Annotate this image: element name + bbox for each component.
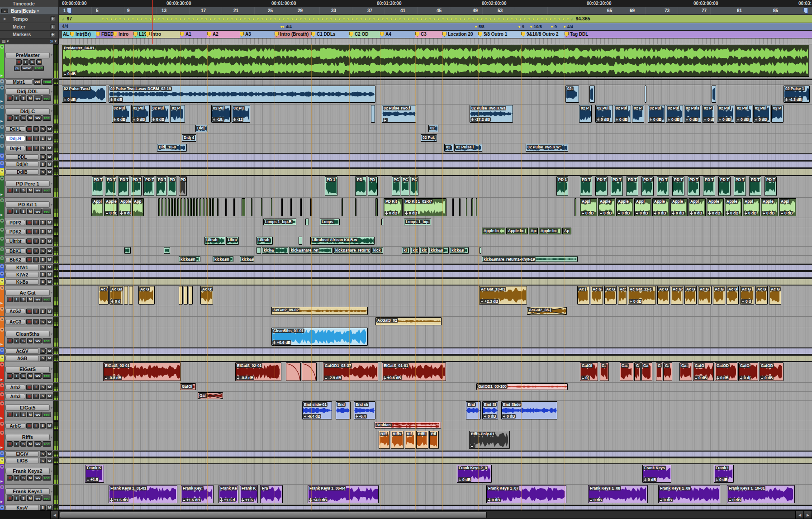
audio-clip[interactable]: Frank Keys 1_090 dB <box>658 485 720 503</box>
clock-icon[interactable]: ◷ <box>50 39 53 43</box>
audio-clip[interactable]: Loops <box>320 219 340 225</box>
track-name-button[interactable]: ElGtV <box>5 451 39 457</box>
audio-clip[interactable]: End Slide0 dB <box>501 401 557 419</box>
record-enable-button[interactable] <box>7 441 13 447</box>
track-name-button[interactable]: ElGatS <box>5 366 50 372</box>
solo-button[interactable]: S <box>40 257 46 262</box>
track-color-strip[interactable]: ▾ <box>0 134 5 143</box>
audio-clip[interactable]: Gal <box>198 392 223 399</box>
audio-clip[interactable]: PD T <box>749 176 761 196</box>
audio-clip[interactable]: PD T <box>580 176 592 196</box>
collapse-chevron-icon[interactable]: ▾ <box>0 392 4 396</box>
audio-clip[interactable]: Appl0 dB <box>779 198 796 216</box>
track-color-strip[interactable]: ▾▶ <box>0 430 5 450</box>
collapse-chevron-icon[interactable]: ▾ <box>0 465 4 469</box>
audio-clip[interactable]: Ac G0 d <box>740 286 754 305</box>
audio-clip[interactable]: PD T <box>734 176 746 196</box>
audio-clip[interactable]: kick&s <box>240 256 254 262</box>
audio-clip[interactable]: 02 Pul0 dB <box>753 105 770 123</box>
audio-clip[interactable]: Apple0 dB <box>616 198 633 216</box>
audio-clip[interactable]: PD T <box>92 176 103 196</box>
audio-clip[interactable]: AcGat2_08-( <box>527 307 567 315</box>
marker-name[interactable]: Intro (Breath) <box>280 32 309 37</box>
audio-clip[interactable]: GatO0 dB <box>693 362 714 381</box>
track-color-strip[interactable]: ▾ <box>0 505 5 510</box>
solo-button[interactable]: S <box>40 126 46 132</box>
audio-clip[interactable]: kic <box>420 247 428 254</box>
collapse-chevron-icon[interactable]: ▾ <box>0 256 4 260</box>
track-color-strip[interactable]: ▾ <box>0 348 5 354</box>
automation-mode-button[interactable]: red <box>43 373 51 379</box>
track-lane[interactable] <box>59 161 812 168</box>
audio-clip[interactable]: G: <box>600 362 609 381</box>
chevron-down-icon[interactable]: ▾ <box>7 39 9 43</box>
solo-button[interactable]: S <box>29 59 35 65</box>
mute-button[interactable]: M <box>47 394 52 399</box>
audio-clip[interactable] <box>242 198 245 216</box>
input-monitor-button[interactable]: I <box>33 220 39 225</box>
audio-clip[interactable] <box>471 198 473 216</box>
track-name-button[interactable]: DdjB <box>5 169 39 175</box>
automation-mode-button[interactable]: red <box>43 475 51 481</box>
track-name-button[interactable]: KtVr1 <box>5 265 39 270</box>
chevron-down-icon[interactable]: ▾ <box>51 53 52 57</box>
chevron-down-icon[interactable]: ▾ <box>51 203 52 207</box>
solo-button[interactable]: S <box>40 154 46 160</box>
solo-button[interactable]: S <box>20 115 26 121</box>
audio-clip[interactable] <box>575 198 576 216</box>
track-name-button[interactable]: AcG3 <box>5 319 25 324</box>
input-monitor-button[interactable]: I <box>14 188 19 193</box>
audio-clip[interactable]: 02 Pulse Two.R.wa-17.2 dB <box>470 105 513 123</box>
record-enable-button[interactable] <box>26 126 32 132</box>
automation-mode-button[interactable]: red <box>43 441 51 447</box>
track-lane[interactable]: GatOlGatOD1_03-100 <box>59 383 812 392</box>
audio-clip[interactable]: 02 P <box>771 105 784 123</box>
mute-button[interactable]: M <box>47 279 52 285</box>
track-color-strip[interactable]: ▾ <box>0 124 5 133</box>
marker-name[interactable]: FBED <box>101 32 114 37</box>
audio-clip[interactable] <box>286 362 301 381</box>
audio-clip[interactable]: Apple lo <box>482 228 505 234</box>
record-enable-button[interactable] <box>26 319 32 324</box>
solo-button[interactable]: S <box>40 505 46 510</box>
scrollbar-track[interactable] <box>59 511 796 519</box>
input-monitor-button[interactable]: I <box>33 257 39 262</box>
audio-clip[interactable]: PD Kit0 dB <box>384 198 403 216</box>
collapse-chevron-icon[interactable]: ▾ <box>0 198 4 202</box>
audio-clip[interactable]: Ril <box>429 431 439 449</box>
mute-button[interactable]: M <box>47 458 52 463</box>
input-monitor-button[interactable]: I <box>14 412 19 417</box>
mute-button[interactable]: M <box>47 154 52 160</box>
audio-clip[interactable]: Frank Keys 2_00 dB <box>457 465 492 483</box>
audio-clip[interactable] <box>164 247 170 254</box>
solo-button[interactable]: S <box>20 297 26 302</box>
solo-button[interactable]: S <box>40 394 46 399</box>
audio-clip[interactable]: PD T <box>143 176 154 196</box>
audio-clip[interactable]: 02 Pulse Two.f <box>382 105 416 123</box>
mute-button[interactable]: M <box>27 495 33 501</box>
automation-lane-arrow-icon[interactable]: ▶ <box>0 119 3 123</box>
automation-lane-arrow-icon[interactable]: ▶ <box>0 416 3 420</box>
track-lane[interactable]: Clean5ths_01-01+0.6 dB <box>59 327 812 348</box>
marker-name[interactable]: AL <box>63 32 69 37</box>
waveform-view-button[interactable]: wv <box>34 115 42 121</box>
track-lane[interactable]: ElGatS_03-01-0.8 dBElGatS_02-01-0.8 dBGa… <box>59 362 812 383</box>
audio-clip[interactable] <box>189 286 193 305</box>
collapse-chevron-icon[interactable]: ▾ <box>0 45 4 49</box>
mute-button[interactable]: M <box>27 115 33 121</box>
collapse-chevron-icon[interactable]: ▾ <box>0 348 4 352</box>
audio-clip[interactable]: G <box>634 362 641 381</box>
audio-clip[interactable]: Frank Keys 1_06-04+4.0 dB <box>308 485 379 503</box>
audio-clip[interactable]: GatO0 d( <box>738 362 758 381</box>
audio-clip[interactable]: Ac G: <box>200 286 213 305</box>
mute-button[interactable]: M <box>47 162 52 167</box>
track-lane[interactable]: PreMaster_04-010 dB <box>59 44 812 79</box>
audio-clip[interactable]: Apple0 dB <box>707 198 724 216</box>
collapse-chevron-icon[interactable]: ▾ <box>0 176 4 181</box>
mute-button[interactable]: M <box>47 385 52 390</box>
audio-clip[interactable] <box>712 86 716 103</box>
track-name-button[interactable]: Ultrbt <box>5 238 25 244</box>
collapse-chevron-icon[interactable]: ▾ <box>0 79 4 83</box>
track-color-strip[interactable]: ▾ <box>0 317 5 327</box>
audio-clip[interactable]: kick&s <box>450 247 469 254</box>
